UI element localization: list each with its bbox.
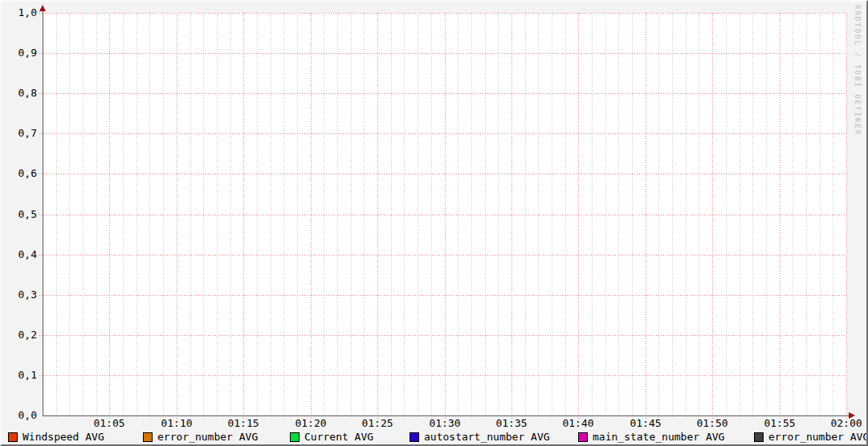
major-horizontal-gridline xyxy=(39,133,846,134)
minor-vertical-gridline xyxy=(538,13,539,419)
x-tick-label: 01:15 xyxy=(218,418,269,428)
minor-vertical-gridline xyxy=(337,13,338,419)
major-horizontal-gridline xyxy=(39,295,846,296)
y-tick-label: 0,6 xyxy=(2,168,37,179)
major-vertical-gridline xyxy=(311,13,312,419)
minor-vertical-gridline xyxy=(418,13,418,419)
major-horizontal-gridline xyxy=(39,215,846,215)
minor-vertical-gridline xyxy=(793,13,793,419)
y-axis xyxy=(43,10,43,416)
minor-vertical-gridline xyxy=(149,13,150,419)
minor-vertical-gridline xyxy=(471,13,472,419)
y-tick-label: 0,2 xyxy=(2,329,37,341)
minor-vertical-gridline xyxy=(137,13,137,419)
major-vertical-gridline xyxy=(646,13,646,419)
x-tick-label: 01:05 xyxy=(84,418,135,428)
minor-vertical-gridline xyxy=(806,13,807,419)
minor-vertical-gridline xyxy=(833,13,833,419)
minor-vertical-gridline xyxy=(123,13,124,419)
minor-vertical-gridline xyxy=(230,13,231,419)
legend-swatch-icon xyxy=(410,432,419,442)
minor-vertical-gridline xyxy=(69,13,70,419)
minor-vertical-gridline xyxy=(632,13,633,419)
minor-vertical-gridline xyxy=(96,13,97,419)
legend-swatch-icon xyxy=(578,432,588,442)
legend-label: autostart_number AVG xyxy=(424,432,550,443)
minor-vertical-gridline xyxy=(618,13,619,419)
minor-vertical-gridline xyxy=(752,13,753,419)
legend-swatch-icon xyxy=(143,432,153,442)
x-tick-label: 01:45 xyxy=(620,418,671,428)
minor-vertical-gridline xyxy=(525,13,526,419)
major-vertical-gridline xyxy=(177,13,177,419)
minor-vertical-gridline xyxy=(391,13,392,419)
x-axis xyxy=(43,415,850,416)
y-axis-arrow-icon xyxy=(39,5,46,11)
legend-label: error_number AVG xyxy=(157,432,258,443)
minor-vertical-gridline xyxy=(297,13,298,419)
y-tick-label: 0,9 xyxy=(2,47,37,59)
minor-vertical-gridline xyxy=(672,13,673,419)
y-tick-label: 0,8 xyxy=(2,88,37,99)
major-horizontal-gridline xyxy=(39,93,846,94)
legend-label: Current AVG xyxy=(304,432,373,443)
legend-swatch-icon xyxy=(8,432,18,442)
minor-vertical-gridline xyxy=(820,13,821,419)
y-tick-label: 0,1 xyxy=(2,370,37,381)
y-tick-label: 0,7 xyxy=(2,128,37,139)
y-tick-label: 1,0 xyxy=(2,7,37,18)
major-vertical-gridline xyxy=(712,13,713,419)
minor-vertical-gridline xyxy=(686,13,687,419)
major-vertical-gridline xyxy=(243,13,244,419)
x-tick-label: 01:35 xyxy=(486,418,537,428)
major-horizontal-gridline xyxy=(39,174,846,174)
minor-vertical-gridline xyxy=(766,13,767,419)
x-tick-label: 01:40 xyxy=(552,418,604,428)
minor-vertical-gridline xyxy=(740,13,740,419)
x-tick-label: 01:10 xyxy=(151,418,202,428)
major-vertical-gridline xyxy=(511,13,512,419)
y-tick-label: 0,4 xyxy=(2,249,37,260)
y-tick-label: 0,3 xyxy=(2,289,37,301)
x-tick-label: 01:25 xyxy=(352,418,403,428)
x-tick-label: 02:00 xyxy=(821,418,868,428)
minor-vertical-gridline xyxy=(257,13,258,419)
major-horizontal-gridline xyxy=(39,13,846,14)
legend-swatch-icon xyxy=(754,432,764,442)
major-vertical-gridline xyxy=(846,13,847,419)
legend-label: main_state_number AVG xyxy=(593,432,724,443)
watermark: RRDTOOL / TOBI OETIKER xyxy=(854,5,862,136)
major-vertical-gridline xyxy=(578,13,579,419)
minor-vertical-gridline xyxy=(404,13,405,419)
x-tick-label: 01:20 xyxy=(285,418,336,428)
minor-vertical-gridline xyxy=(271,13,271,419)
minor-vertical-gridline xyxy=(552,13,552,419)
y-tick-label: 0,5 xyxy=(2,209,37,220)
minor-vertical-gridline xyxy=(283,13,284,419)
legend-label: Windspeed AVG xyxy=(22,432,104,443)
minor-vertical-gridline xyxy=(190,13,191,419)
minor-vertical-gridline xyxy=(163,13,164,419)
minor-vertical-gridline xyxy=(203,13,204,419)
minor-vertical-gridline xyxy=(498,13,499,419)
minor-vertical-gridline xyxy=(458,13,458,419)
minor-vertical-gridline xyxy=(56,13,57,419)
rrdtool-graph-frame: 1,00,90,80,70,60,50,40,30,20,10,0 01:050… xyxy=(0,0,868,446)
major-horizontal-gridline xyxy=(39,335,846,336)
major-vertical-gridline xyxy=(780,13,780,419)
x-tick-label: 01:55 xyxy=(754,418,805,428)
legend-swatch-icon xyxy=(290,432,300,442)
minor-vertical-gridline xyxy=(726,13,727,419)
minor-vertical-gridline xyxy=(83,13,84,419)
minor-vertical-gridline xyxy=(658,13,659,419)
major-horizontal-gridline xyxy=(39,375,846,376)
minor-vertical-gridline xyxy=(351,13,352,419)
y-tick-label: 0,0 xyxy=(2,410,37,421)
minor-vertical-gridline xyxy=(565,13,566,419)
minor-vertical-gridline xyxy=(592,13,593,419)
major-vertical-gridline xyxy=(377,13,378,419)
minor-vertical-gridline xyxy=(217,13,218,419)
minor-vertical-gridline xyxy=(699,13,699,419)
minor-vertical-gridline xyxy=(485,13,486,419)
major-horizontal-gridline xyxy=(39,53,846,54)
